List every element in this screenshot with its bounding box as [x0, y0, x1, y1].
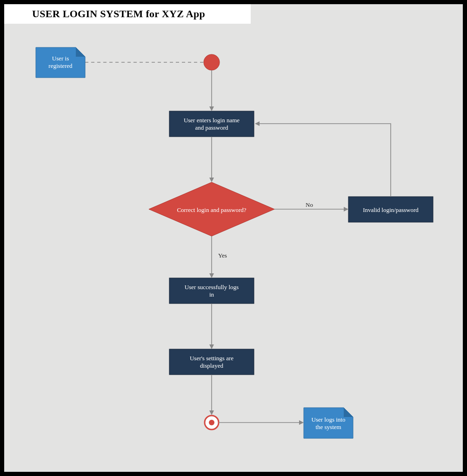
note-user-logged-in: User logs into the system [304, 408, 353, 438]
node-settings-line2: displayed [200, 362, 223, 369]
node-decision-text: Correct login and password? [177, 206, 246, 213]
svg-marker-14 [209, 344, 214, 349]
connector-no: No [274, 201, 348, 212]
node-settings: User's settings are displayed [169, 349, 254, 375]
connector-yes: Yes [209, 236, 227, 278]
connector-invalid-to-enter [255, 121, 391, 197]
connector-settings-to-end [209, 375, 214, 415]
note-user-registered-line1: User is [52, 55, 69, 62]
svg-marker-11 [209, 273, 214, 278]
svg-point-19 [209, 420, 214, 425]
node-enter-credentials: User enters login name and password [169, 111, 254, 137]
svg-marker-9 [255, 121, 260, 126]
node-success: User successfully logs in [169, 278, 254, 304]
svg-marker-4 [209, 178, 214, 182]
end-node [205, 416, 219, 430]
node-success-line2: in [209, 291, 214, 298]
note-user-logged-in-line2: the system [315, 423, 341, 430]
node-enter-credentials-line1: User enters login name [184, 117, 240, 124]
svg-marker-21 [299, 420, 304, 425]
node-invalid: Invalid login/password [348, 197, 433, 222]
flowchart-svg: User is registered User enters login nam… [4, 4, 463, 472]
connector-end-to-note [219, 420, 304, 425]
node-success-line1: User successfully logs [185, 284, 239, 291]
note-user-registered-line2: registered [48, 62, 73, 69]
node-settings-line1: User's settings are [190, 355, 234, 362]
note-user-logged-in-line1: User logs into [312, 416, 346, 423]
connector-success-to-settings [209, 304, 214, 349]
svg-marker-17 [209, 410, 214, 415]
node-decision: Correct login and password? [149, 182, 274, 236]
edge-label-no: No [306, 201, 313, 208]
node-invalid-text: Invalid login/password [363, 206, 419, 213]
svg-marker-1 [209, 106, 214, 111]
connector-enter-to-decision [209, 137, 214, 182]
edge-label-yes: Yes [218, 252, 227, 259]
diagram-canvas: USER LOGIN SYSTEM for XYZ App User is re… [4, 4, 463, 472]
svg-marker-7 [344, 207, 348, 212]
node-enter-credentials-line2: and password [195, 124, 228, 131]
start-node [204, 54, 220, 70]
connector-start-to-enter [209, 70, 214, 111]
note-user-registered: User is registered [36, 47, 85, 78]
